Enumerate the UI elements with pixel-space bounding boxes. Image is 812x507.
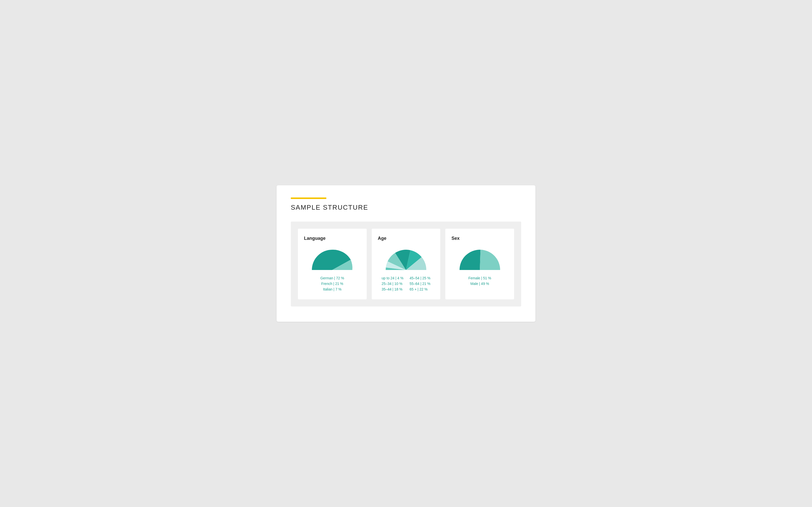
legend-item-female: Female | 51 % — [468, 276, 491, 280]
charts-outer: Language — [291, 222, 521, 306]
chart-title-sex: Sex — [451, 236, 460, 241]
legend-item-age-45-54: 45–54 | 25 % — [410, 276, 430, 280]
legend-item-male: Male | 49 % — [470, 282, 489, 286]
legend-item-age-55-64: 55–64 | 21 % — [410, 282, 430, 286]
legend-item-age-25-34: 25–34 | 10 % — [382, 282, 402, 286]
semichart-age — [383, 247, 429, 270]
chart-card-sex: Sex Female | 51 % Male | 49 % — [445, 229, 514, 299]
legend-item-italian: Italian | 7 % — [323, 287, 342, 291]
legend-item-german: German | 72 % — [320, 276, 344, 280]
legend-language: German | 72 % French | 21 % Italian | 7 … — [304, 276, 361, 291]
legend-age: up to 24 | 4 % 25–34 | 10 % 35–44 | 18 %… — [378, 276, 435, 291]
semichart-language — [309, 247, 355, 270]
chart-title-age: Age — [378, 236, 387, 241]
legend-item-age-65plus: 65 + | 22 % — [410, 287, 427, 291]
legend-item-french: French | 21 % — [321, 282, 343, 286]
chart-card-age: Age — [372, 229, 441, 299]
legend-sex: Female | 51 % Male | 49 % — [451, 276, 508, 286]
legend-item-age-35-44: 35–44 | 18 % — [382, 287, 402, 291]
chart-title-language: Language — [304, 236, 325, 241]
chart-card-language: Language — [298, 229, 367, 299]
semichart-sex — [457, 247, 503, 270]
page-card: SAMPLE STRUCTURE Language — [276, 185, 536, 322]
charts-row: Language — [298, 229, 514, 299]
page-title: SAMPLE STRUCTURE — [291, 204, 521, 212]
accent-bar — [291, 198, 326, 199]
legend-item-age-upto24: up to 24 | 4 % — [382, 276, 403, 280]
